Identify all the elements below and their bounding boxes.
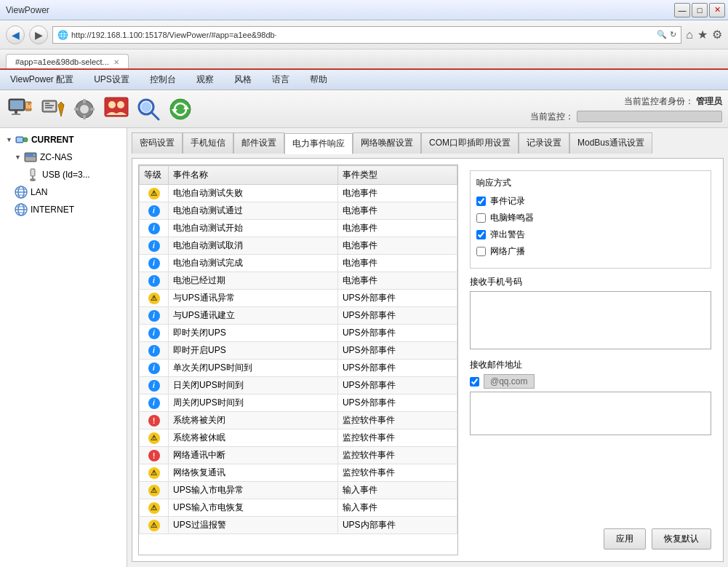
warning-icon: ⚠ xyxy=(148,520,160,531)
event-type: 电池事件 xyxy=(337,255,457,272)
event-name: 电池自动测试开始 xyxy=(169,220,338,237)
event-name: 即时关闭UPS xyxy=(169,325,338,342)
favorites-icon[interactable]: ★ xyxy=(697,28,708,41)
table-row[interactable]: ⚠系统将被休眠监控软件事件 xyxy=(140,429,457,447)
table-row[interactable]: ⚠电池自动测试失败电池事件 xyxy=(140,185,457,202)
tab-password[interactable]: 密码设置 xyxy=(132,132,183,154)
sidebar-item-usb[interactable]: USB (Id=3... xyxy=(3,166,124,183)
checkbox-event-log[interactable] xyxy=(476,197,486,206)
table-row[interactable]: i与UPS通讯建立UPS外部事件 xyxy=(140,307,457,325)
sidebar-item-internet[interactable]: INTERNET xyxy=(3,201,124,218)
address-bar[interactable]: 🌐 http://192.168.1.100:15178/ViewPower/#… xyxy=(52,26,681,44)
tab-sms[interactable]: 手机短信 xyxy=(183,132,233,154)
tab-power-event[interactable]: 电力事件响应 xyxy=(284,133,353,154)
info-icon: i xyxy=(148,310,160,322)
monitor-svg xyxy=(7,96,33,122)
toolbar-refresh-icon[interactable] xyxy=(166,95,195,124)
toolbar-monitor-icon[interactable] xyxy=(6,95,35,124)
settings-icon[interactable]: ⚙ xyxy=(712,28,722,41)
event-type: 电池事件 xyxy=(337,202,457,220)
email-display: @qq.com xyxy=(484,374,535,389)
tab-wake-on-lan[interactable]: 网络唤醒设置 xyxy=(353,132,421,154)
table-row[interactable]: !网络通讯中断监控软件事件 xyxy=(140,447,457,464)
svg-rect-16 xyxy=(83,115,86,119)
tab-email-settings[interactable]: 邮件设置 xyxy=(233,132,284,154)
toolbar-users-icon[interactable] xyxy=(102,95,131,124)
apply-button[interactable]: 应用 xyxy=(604,528,646,550)
menu-viewpower[interactable]: ViewPower 配置 xyxy=(6,72,78,87)
table-row[interactable]: i电池自动测试取消电池事件 xyxy=(140,237,457,255)
table-row[interactable]: i即时开启UPSUPS外部事件 xyxy=(140,342,457,360)
reset-button[interactable]: 恢复默认 xyxy=(652,528,711,550)
menu-help[interactable]: 帮助 xyxy=(305,72,332,87)
svg-rect-6 xyxy=(28,105,30,108)
phone-textarea[interactable] xyxy=(470,291,711,349)
event-name: 电池自动测试完成 xyxy=(169,255,338,272)
sidebar-item-lan[interactable]: LAN xyxy=(3,183,124,201)
svg-rect-2 xyxy=(15,111,17,114)
forward-button[interactable]: ▶ xyxy=(29,25,48,44)
table-row[interactable]: ⚠与UPS通讯异常UPS外部事件 xyxy=(140,290,457,307)
table-row[interactable]: !系统将被关闭监控软件事件 xyxy=(140,412,457,429)
event-type: UPS外部事件 xyxy=(337,325,457,342)
checkbox-email[interactable] xyxy=(470,377,479,386)
zcnas-arrow-icon: ▼ xyxy=(15,154,21,161)
event-table-container[interactable]: 等级 事件名称 事件类型 ⚠电池自动测试失败电池事件i电池自动测试通过电池事件i… xyxy=(138,164,458,555)
table-row[interactable]: i电池已经过期电池事件 xyxy=(140,272,457,290)
event-name: 网络恢复通讯 xyxy=(169,464,338,482)
back-button[interactable]: ◀ xyxy=(6,25,25,44)
tab-com-instant[interactable]: COM口即插即用设置 xyxy=(421,132,519,154)
browser-tab[interactable]: #app=a1ee&98db-select... ✕ xyxy=(6,54,129,68)
tab-log-settings[interactable]: 记录设置 xyxy=(519,132,569,154)
checkbox-popup[interactable] xyxy=(476,230,486,239)
menu-console[interactable]: 控制台 xyxy=(145,72,180,87)
label-popup: 弹出警告 xyxy=(490,229,525,241)
table-row[interactable]: i电池自动测试通过电池事件 xyxy=(140,202,457,220)
browser-tab-bar: #app=a1ee&98db-select... ✕ xyxy=(0,49,728,70)
current-arrow-icon: ▼ xyxy=(6,136,12,143)
toolbar-search-icon[interactable] xyxy=(134,95,163,124)
close-button[interactable]: ✕ xyxy=(709,3,725,17)
event-name: 网络通讯中断 xyxy=(169,447,338,464)
checkbox-buzzer[interactable] xyxy=(476,213,486,223)
warning-icon: ⚠ xyxy=(148,502,160,514)
tab-modbus[interactable]: ModBus通讯设置 xyxy=(569,132,652,154)
sidebar-item-current[interactable]: ▼ CURRENT xyxy=(3,131,124,148)
table-row[interactable]: i周关闭UPS时间到UPS外部事件 xyxy=(140,394,457,412)
table-row[interactable]: ⚠UPS过温报警UPS内部事件 xyxy=(140,517,457,534)
event-type: 输入事件 xyxy=(337,499,457,517)
minimize-button[interactable]: — xyxy=(674,3,690,17)
event-name: UPS输入市电恢复 xyxy=(169,499,338,517)
toolbar-gear-icon[interactable] xyxy=(70,95,99,124)
email-textarea[interactable] xyxy=(470,392,711,435)
info-icon: i xyxy=(148,223,160,234)
users-svg xyxy=(103,96,129,122)
table-row[interactable]: i即时关闭UPSUPS外部事件 xyxy=(140,325,457,342)
sidebar-label-usb: USB (Id=3... xyxy=(42,170,90,180)
tab-close-icon[interactable]: ✕ xyxy=(113,58,119,66)
maximize-button[interactable]: □ xyxy=(692,3,708,17)
toolbar-settings-icon[interactable] xyxy=(38,95,67,124)
table-row[interactable]: ⚠UPS输入市电恢复输入事件 xyxy=(140,499,457,517)
event-name: 周关闭UPS时间到 xyxy=(169,394,338,412)
table-row[interactable]: ⚠网络恢复通讯监控软件事件 xyxy=(140,464,457,482)
window-title: ViewPower xyxy=(3,5,49,15)
menu-language[interactable]: 语言 xyxy=(268,72,294,87)
table-row[interactable]: i日关闭UPS时间到UPS外部事件 xyxy=(140,377,457,394)
window-controls[interactable]: — □ ✕ xyxy=(674,3,725,17)
table-row[interactable]: ⚠UPS输入市电异常输入事件 xyxy=(140,482,457,499)
menu-style[interactable]: 风格 xyxy=(230,72,256,87)
sidebar-item-zcnas[interactable]: ▼ ZC-NAS xyxy=(3,148,124,166)
table-row[interactable]: i单次关闭UPS时间到UPS外部事件 xyxy=(140,360,457,377)
address-text: http://192.168.1.100:15178/ViewPower/#ap… xyxy=(71,31,654,39)
menu-observe[interactable]: 观察 xyxy=(192,72,218,87)
checkbox-broadcast[interactable] xyxy=(476,247,486,256)
refresh-icon[interactable]: ↻ xyxy=(670,30,676,39)
table-row[interactable]: i电池自动测试完成电池事件 xyxy=(140,255,457,272)
settings-svg xyxy=(39,96,65,122)
menu-ups-settings[interactable]: UPS设置 xyxy=(89,72,134,87)
warning-icon: ⚠ xyxy=(148,485,160,496)
home-icon[interactable]: ⌂ xyxy=(686,28,693,41)
table-row[interactable]: i电池自动测试开始电池事件 xyxy=(140,220,457,237)
event-type: UPS外部事件 xyxy=(337,360,457,377)
